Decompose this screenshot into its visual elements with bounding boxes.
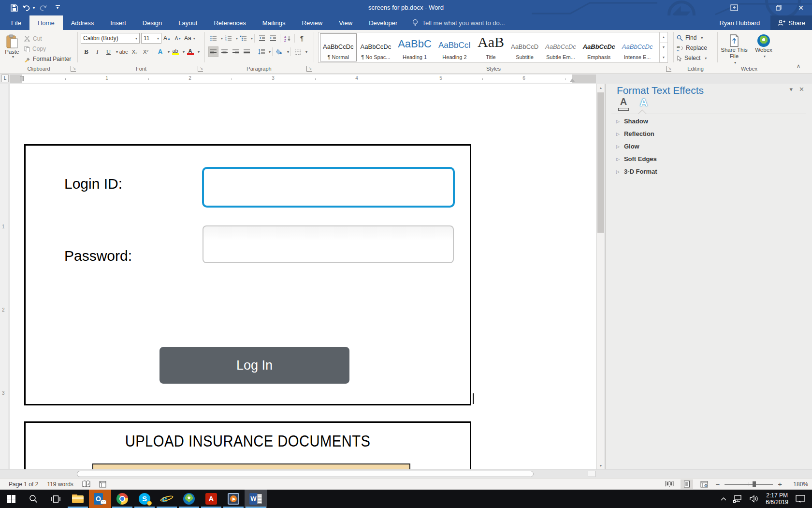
horizontal-scrollbar[interactable] — [0, 469, 812, 478]
tab-design[interactable]: Design — [134, 15, 170, 30]
undo-button[interactable]: ▾ — [21, 0, 36, 15]
multilevel-dropdown[interactable]: ▾ — [251, 36, 253, 41]
bold-button[interactable]: B — [81, 46, 91, 57]
strikethrough-button[interactable]: abc — [118, 46, 129, 57]
style-item-normal[interactable]: AaBbCcDc ¶ Normal — [320, 33, 357, 61]
network-tray-icon[interactable] — [730, 490, 746, 508]
paragraph-dialog-launcher[interactable]: ↘ — [306, 66, 312, 72]
italic-button[interactable]: I — [92, 46, 102, 57]
web-layout-button[interactable] — [698, 479, 710, 489]
line-spacing-button[interactable] — [256, 46, 266, 57]
scrollbar-corner-button[interactable] — [588, 471, 595, 477]
internet-explorer-button[interactable]: e — [156, 490, 178, 508]
paste-button[interactable]: Paste ▾ — [2, 31, 22, 66]
section-3d-format[interactable]: ▷ 3-D Format — [616, 168, 657, 175]
multilevel-list-button[interactable] — [238, 33, 248, 44]
tab-view[interactable]: View — [331, 15, 361, 30]
horizontal-ruler[interactable]: 1 2 3 4 5 6 — [10, 75, 596, 83]
vertical-ruler[interactable]: 1 2 3 — [0, 84, 8, 469]
section-reflection[interactable]: ▷ Reflection — [616, 130, 654, 137]
increase-indent-button[interactable] — [268, 33, 278, 44]
right-indent-marker[interactable] — [570, 78, 575, 82]
skype-button[interactable]: S — [133, 490, 156, 508]
font-size-combo[interactable]: 11▾ — [141, 33, 161, 44]
word-taskbar-button[interactable]: W — [245, 490, 267, 508]
media-player-button[interactable]: ▶ — [222, 490, 245, 508]
tray-expand-chevron[interactable] — [717, 490, 730, 508]
webex-button[interactable]: Webex ▾ — [751, 31, 776, 66]
pane-options-dropdown[interactable]: ▾ — [789, 86, 793, 93]
share-this-file-dropdown[interactable]: ▾ — [734, 60, 736, 66]
redo-button[interactable] — [36, 0, 50, 15]
zoom-slider-thumb[interactable] — [753, 481, 756, 487]
section-glow[interactable]: ▷ Glow — [616, 143, 639, 150]
styles-more-button[interactable]: ▼ — [660, 52, 667, 62]
clipboard-dialog-launcher[interactable]: ↘ — [71, 66, 76, 72]
zoom-out-button[interactable]: − — [715, 482, 720, 487]
change-case-button[interactable]: Aa▾ — [184, 33, 195, 44]
tab-layout[interactable]: Layout — [170, 15, 205, 30]
tab-address[interactable]: Address — [63, 15, 102, 30]
shading-button[interactable] — [275, 46, 285, 57]
webex-dropdown[interactable]: ▾ — [764, 53, 766, 60]
restore-button[interactable] — [768, 0, 790, 15]
ribbon-display-options-button[interactable] — [723, 0, 745, 15]
tab-insert[interactable]: Insert — [102, 15, 134, 30]
undo-dropdown[interactable]: ▾ — [33, 6, 35, 10]
taskbar-search-button[interactable] — [22, 490, 44, 508]
bullets-dropdown[interactable]: ▾ — [221, 36, 223, 41]
read-mode-button[interactable] — [663, 479, 676, 489]
volume-tray-icon[interactable] — [746, 490, 762, 508]
font-dialog-launcher[interactable]: ↘ — [198, 66, 203, 72]
zoom-in-button[interactable]: + — [778, 482, 782, 487]
numbering-dropdown[interactable]: ▾ — [236, 36, 238, 41]
grow-font-button[interactable]: A▲ — [162, 33, 172, 44]
underline-button[interactable]: U — [103, 46, 114, 57]
find-dropdown[interactable]: ▾ — [701, 36, 703, 40]
login-id-input[interactable] — [202, 167, 455, 208]
decrease-indent-button[interactable] — [257, 33, 267, 44]
align-left-button[interactable] — [208, 46, 218, 57]
start-button[interactable] — [0, 490, 22, 508]
file-explorer-button[interactable] — [67, 490, 89, 508]
align-right-button[interactable] — [231, 46, 241, 57]
left-indent-marker[interactable] — [20, 76, 24, 81]
show-hide-pilcrow-button[interactable]: ¶ — [297, 33, 307, 44]
text-effects-button[interactable]: A — [155, 46, 165, 57]
highlight-button[interactable]: ab — [170, 46, 180, 57]
style-item-subtitle[interactable]: AaBbCcD Subtitle — [508, 33, 541, 61]
align-center-button[interactable] — [219, 46, 230, 57]
font-family-combo[interactable]: Calibri (Body)▾ — [81, 33, 140, 44]
zoom-level[interactable]: 180% — [787, 481, 808, 488]
share-button[interactable]: Share — [770, 15, 812, 30]
tab-home[interactable]: Home — [29, 15, 63, 30]
line-spacing-dropdown[interactable]: ▾ — [269, 50, 271, 54]
style-item-title[interactable]: AaB Title — [475, 33, 507, 61]
proofing-status-icon[interactable] — [82, 480, 90, 488]
scroll-up-arrow[interactable]: ▲ — [597, 84, 605, 91]
tell-me-box[interactable]: Tell me what you want to do... — [412, 15, 505, 30]
task-view-button[interactable] — [44, 490, 67, 508]
sort-button[interactable]: AZ — [282, 33, 292, 44]
close-button[interactable]: ✕ — [790, 0, 812, 15]
paste-dropdown[interactable]: ▾ — [12, 55, 14, 59]
tab-references[interactable]: References — [205, 15, 254, 30]
styles-dialog-launcher[interactable]: ↘ — [666, 66, 671, 72]
highlight-dropdown[interactable]: ▾ — [183, 50, 185, 54]
shading-dropdown[interactable]: ▾ — [287, 50, 289, 54]
style-item-subtle-emphasis[interactable]: AaBbCcDc Subtle Em... — [542, 33, 579, 61]
style-item-intense-emphasis[interactable]: AaBbCcDc Intense E... — [619, 33, 656, 61]
login-submit-button[interactable]: Log In — [160, 347, 349, 384]
acrobat-button[interactable]: A — [200, 490, 222, 508]
qat-customize-button[interactable]: ▾ — [50, 0, 65, 15]
justify-button[interactable] — [242, 46, 252, 57]
collapse-ribbon-button[interactable]: ∧ — [797, 63, 800, 69]
horizontal-scroll-thumb[interactable] — [77, 471, 534, 477]
subscript-button[interactable]: X₂ — [130, 46, 140, 57]
text-effects-dropdown[interactable]: ▾ — [168, 50, 170, 54]
numbering-button[interactable]: 123 — [223, 33, 233, 44]
text-effects-tab-icon[interactable]: A — [637, 96, 651, 111]
vertical-scroll-thumb[interactable] — [597, 92, 604, 233]
page-indicator[interactable]: Page 1 of 2 — [9, 481, 38, 488]
action-center-button[interactable] — [792, 490, 812, 508]
